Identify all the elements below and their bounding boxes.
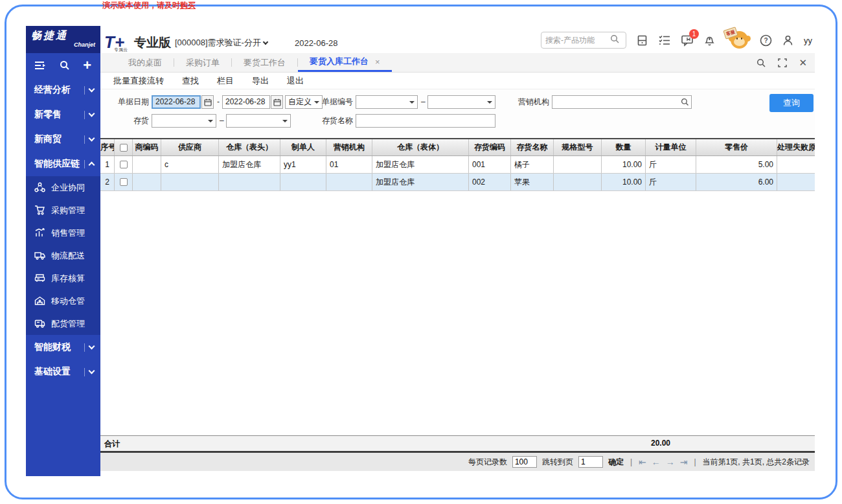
sidebar-item-distribution-mgmt[interactable]: 配货管理	[26, 312, 100, 335]
page-size-input[interactable]	[512, 456, 537, 468]
columns-button[interactable]: 栏目	[217, 75, 234, 87]
confirm-page-button[interactable]: 确定	[608, 457, 624, 468]
subitem-label: 库存核算	[51, 273, 85, 284]
col-spec[interactable]: 规格型号	[554, 139, 602, 155]
tab-inbound-workbench[interactable]: 要货入库工作台 ×	[298, 53, 392, 72]
stock-name-input[interactable]	[356, 114, 495, 128]
help-icon[interactable]: ?	[760, 34, 772, 47]
col-supplier-code[interactable]: 商编码	[133, 139, 161, 155]
tab-purchase-order[interactable]: 采购订单	[174, 53, 231, 72]
date-from-input[interactable]: 2022-06-28	[152, 95, 201, 109]
tab-search-icon[interactable]	[757, 58, 766, 68]
doc-no-label: 单据编号	[309, 95, 353, 109]
grid-header-row: 序号 商编码 供应商 仓库（表头） 制单人 营销机构 仓库（表体） 存货编码 存…	[100, 139, 815, 156]
sidebar-item-sales-mgmt[interactable]: 销售管理	[26, 222, 100, 244]
sidebar-group-new-retail[interactable]: 新零售	[26, 102, 100, 127]
sidebar-group-smart-finance-tax[interactable]: 智能财税	[26, 335, 100, 360]
action-toolbar: 批量直接流转 查找 栏目 导出 退出	[100, 73, 815, 89]
notification-bell-icon[interactable]	[703, 34, 716, 47]
col-warehouse-header[interactable]: 仓库（表头）	[219, 139, 280, 155]
col-supplier[interactable]: 供应商	[161, 139, 219, 155]
col-qty[interactable]: 数量	[602, 139, 646, 155]
col-fail-reason[interactable]: 处理失败原	[777, 139, 815, 155]
sidebar-item-purchase-mgmt[interactable]: 采购管理	[26, 199, 100, 222]
col-retail-price[interactable]: 零售价	[696, 139, 777, 155]
todo-list-icon[interactable]	[658, 34, 671, 46]
tab-my-desktop[interactable]: 我的桌面	[117, 53, 174, 72]
doc-no-to-select[interactable]	[427, 95, 495, 109]
sidebar-group-business-analysis[interactable]: 经营分析	[26, 78, 100, 102]
last-page-icon[interactable]: ⇥	[680, 456, 688, 468]
goto-page-input[interactable]	[578, 456, 603, 468]
fullscreen-icon[interactable]	[778, 58, 787, 67]
export-button[interactable]: 导出	[252, 75, 269, 87]
tab-requisition-workbench[interactable]: 要货工作台	[232, 53, 297, 72]
exit-button[interactable]: 退出	[287, 75, 304, 87]
collapse-menu-icon[interactable]	[35, 61, 47, 70]
account-selector[interactable]: [000008]需求验证-分开	[175, 37, 267, 49]
sidebar-icon-row: +	[26, 53, 100, 78]
marketing-org-input[interactable]	[552, 95, 692, 109]
row-checkbox[interactable]	[120, 178, 128, 186]
stock-to-select[interactable]	[226, 114, 291, 128]
calculator-icon[interactable]	[636, 34, 648, 47]
search-icon[interactable]	[610, 34, 620, 47]
sidebar-item-inventory-accounting[interactable]: 库存核算	[26, 267, 100, 290]
calendar-icon[interactable]	[271, 95, 283, 109]
subitem-label: 物流配送	[51, 250, 85, 262]
subitem-label: 配货管理	[51, 318, 85, 330]
col-stock-code[interactable]: 存货编码	[469, 139, 511, 155]
message-icon[interactable]: 1	[681, 34, 694, 47]
col-marketing-org[interactable]: 营销机构	[326, 139, 372, 155]
customer-service-mascot-icon[interactable]: 客服	[725, 30, 750, 50]
buy-link[interactable]: 购买	[180, 1, 196, 10]
first-page-icon[interactable]: ⇤	[639, 456, 646, 468]
demo-notice-text: 演示版本使用，请及时	[102, 1, 180, 10]
query-button[interactable]: 查询	[769, 94, 814, 112]
message-badge: 1	[689, 29, 699, 39]
col-creator[interactable]: 制单人	[280, 139, 326, 155]
marketing-org-label: 营销机构	[505, 95, 549, 109]
calendar-icon[interactable]	[201, 95, 214, 109]
sidebar-item-logistics[interactable]: 物流配送	[26, 244, 100, 267]
stock-label: 存货	[100, 114, 149, 128]
svg-text:?: ?	[764, 37, 768, 44]
username-label[interactable]: yy	[804, 36, 812, 45]
col-warehouse-body[interactable]: 仓库（表体）	[372, 139, 469, 155]
top-header: T+ 专属云 专业版 [000008]需求验证-分开 2022-06-28 1	[100, 26, 815, 53]
user-icon[interactable]	[782, 34, 794, 47]
group-separator	[84, 135, 85, 144]
sidebar-group-basic-settings[interactable]: 基础设置	[26, 360, 100, 384]
sidebar-item-enterprise-collab[interactable]: 企业协同	[26, 176, 100, 199]
stock-from-select[interactable]	[152, 114, 216, 128]
chevron-down-icon	[89, 135, 95, 142]
search-icon[interactable]	[60, 60, 70, 71]
demo-version-notice: 演示版本使用，请及时购买	[102, 0, 196, 11]
table-row[interactable]: 2 加盟店仓库 002 苹果 10.00 斤 6.00	[100, 174, 815, 191]
product-search-input[interactable]	[545, 36, 610, 45]
prev-page-icon[interactable]: ←	[652, 456, 661, 468]
mascot-face	[734, 38, 745, 46]
close-icon[interactable]: ✕	[799, 57, 807, 69]
close-tab-icon[interactable]: ×	[375, 57, 380, 67]
doc-no-from-select[interactable]	[356, 95, 418, 109]
cell-supplier-code	[133, 156, 161, 173]
sidebar-group-smart-supply-chain[interactable]: 智能供应链	[26, 152, 100, 176]
batch-transfer-button[interactable]: 批量直接流转	[113, 75, 164, 87]
next-page-icon[interactable]: →	[666, 456, 675, 468]
col-stock-name[interactable]: 存货名称	[511, 139, 554, 155]
row-checkbox[interactable]	[120, 161, 128, 168]
col-unit[interactable]: 计量单位	[646, 139, 696, 155]
add-icon[interactable]: +	[83, 59, 91, 72]
truck-icon	[34, 250, 45, 261]
table-row[interactable]: 1 c 加盟店仓库 yy1 01 加盟店仓库 001 橘子 10.00 斤 5.…	[100, 156, 815, 174]
brand-name-cn: 畅捷通	[31, 29, 95, 43]
delivery-van-icon	[34, 318, 45, 329]
sidebar-group-new-trade[interactable]: 新商贸	[26, 127, 100, 152]
select-all-checkbox[interactable]	[120, 144, 128, 152]
date-to-input[interactable]: 2022-06-28	[222, 95, 270, 109]
col-seq[interactable]: 序号	[100, 139, 115, 155]
page-size-label: 每页记录数	[468, 457, 507, 468]
find-button[interactable]: 查找	[182, 75, 199, 87]
sidebar-item-mobile-warehouse[interactable]: 移动仓管	[26, 290, 100, 312]
